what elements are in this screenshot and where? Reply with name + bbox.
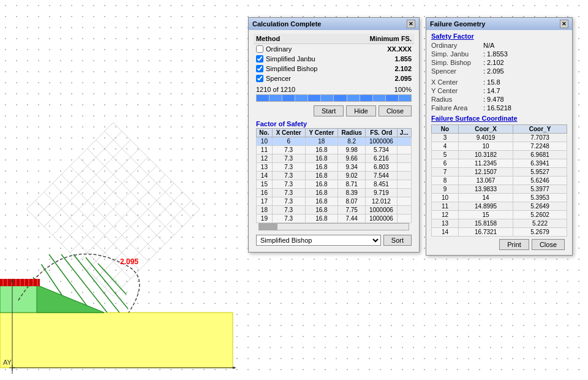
fos-table-row[interactable]: 18 7.3 16.8 7.75 1000006 [257, 206, 412, 215]
simp-janbu-row: Simp. Janbu : 1.8553 [431, 50, 567, 58]
fos-cell-fs: 7.544 [366, 172, 397, 180]
fos-cell-x: 7.3 [272, 189, 305, 197]
coord-cell-y: 5.2679 [513, 228, 567, 237]
fos-cell-extra [397, 146, 411, 154]
failure-dialog-title: Failure Geometry [430, 20, 485, 28]
ordinary-field-label: Ordinary [431, 42, 483, 49]
fos-table-row[interactable]: 14 7.3 16.8 9.02 7.544 [257, 172, 412, 180]
simp-bishop-field-value: : 2.102 [483, 59, 504, 66]
fos-cell-fs: 1000006 [366, 206, 397, 215]
fos-cell-y: 18 [305, 137, 338, 146]
ordinary-checkbox[interactable] [256, 45, 263, 53]
fos-cell-fs: 5.734 [366, 146, 397, 154]
failure-content: Safety Factor Ordinary N/A Simp. Janbu :… [426, 30, 572, 255]
fos-cell-no: 10 [257, 137, 273, 146]
coord-col-no: No [432, 125, 459, 134]
coord-table-row: 10 14 5.3953 [432, 194, 567, 202]
simp-bishop-value: 2.102 [387, 65, 412, 72]
fos-table-row[interactable]: 17 7.3 16.8 8.07 12.012 [257, 197, 412, 206]
xcenter-label: X Center [431, 78, 483, 86]
fos-cell-extra [397, 206, 411, 215]
fos-cell-no: 14 [257, 172, 273, 180]
fos-col-xcenter: X Center [272, 129, 305, 137]
coord-table-row: 14 16.7321 5.2679 [432, 228, 567, 237]
sort-button[interactable]: Sort [383, 235, 412, 246]
fos-table-row[interactable]: 15 7.3 16.8 8.71 8.451 [257, 180, 412, 189]
spencer-label: Spencer [266, 75, 387, 82]
fos-cell-x: 7.3 [272, 163, 305, 172]
calc-dialog-titlebar[interactable]: Calculation Complete ✕ [249, 18, 419, 30]
fos-cell-radius: 7.75 [338, 206, 366, 215]
xcenter-row: X Center : 15.8 [431, 78, 567, 86]
coord-cell-y: 5.9527 [513, 168, 567, 177]
fos-cell-y: 16.8 [305, 197, 338, 206]
fos-cell-x: 7.3 [272, 206, 305, 215]
method-row-simp-janbu: Simplified Janbu 1.855 [254, 54, 414, 64]
fos-cell-radius: 9.02 [338, 172, 366, 180]
fos-cell-y: 16.8 [305, 154, 338, 163]
failure-area-value: : 16.5218 [483, 104, 511, 112]
fos-cell-y: 16.8 [305, 215, 338, 223]
method-dropdown[interactable]: Simplified Bishop Ordinary Simplified Ja… [256, 235, 381, 246]
spencer-checkbox[interactable] [256, 75, 263, 82]
svg-marker-21 [37, 285, 104, 313]
fos-cell-fs: 6.216 [366, 154, 397, 163]
spencer-value: 2.095 [387, 75, 412, 82]
coord-cell-no: 6 [432, 159, 459, 168]
fos-table-row[interactable]: 13 7.3 16.8 9.34 6.803 [257, 163, 412, 172]
fos-cell-y: 16.8 [305, 189, 338, 197]
failure-dialog-titlebar[interactable]: Failure Geometry ✕ [426, 18, 572, 30]
spencer-field-value: : 2.095 [483, 67, 504, 75]
coord-table-row: 3 9.4019 7.7073 [432, 134, 567, 142]
coord-cell-x: 10.3182 [459, 151, 513, 159]
coord-cell-x: 13.067 [459, 177, 513, 185]
calc-close-button[interactable]: Close [379, 105, 412, 116]
simp-janbu-field-value: : 1.8553 [483, 50, 508, 58]
fos-cell-radius: 7.44 [338, 215, 366, 223]
hide-button[interactable]: Hide [346, 105, 376, 116]
calc-dialog-close-icon[interactable]: ✕ [407, 20, 415, 28]
dropdown-sort-row: Simplified Bishop Ordinary Simplified Ja… [254, 232, 414, 248]
fos-cell-x: 7.3 [272, 197, 305, 206]
fos-label: Factor of Safety [254, 119, 414, 128]
fos-cell-extra [397, 172, 411, 180]
coord-cell-y: 5.6246 [513, 177, 567, 185]
fos-table-scroll[interactable]: No. X Center Y Center Radius FS. Ord J..… [256, 128, 412, 223]
fos-cell-no: 11 [257, 146, 273, 154]
start-button[interactable]: Start [314, 105, 344, 116]
fos-cell-x: 7.3 [272, 180, 305, 189]
coord-cell-no: 13 [432, 219, 459, 228]
fos-table-row[interactable]: 12 7.3 16.8 9.66 6.216 [257, 154, 412, 163]
coord-col-y: Coor_Y [513, 125, 567, 134]
coord-cell-y: 5.222 [513, 219, 567, 228]
fos-table-row[interactable]: 11 7.3 16.8 9.98 5.734 [257, 146, 412, 154]
simp-janbu-checkbox[interactable] [256, 55, 263, 63]
coord-table-scroll[interactable]: No Coor_X Coor_Y 3 9.4019 7.7073 4 10 7.… [431, 124, 567, 237]
fos-table-row[interactable]: 10 6 18 8.2 1000006 [257, 137, 412, 146]
svg-marker-42 [233, 367, 236, 369]
fos-cell-fs: 12.012 [366, 197, 397, 206]
coord-cell-x: 15.8158 [459, 219, 513, 228]
failure-area-label: Failure Area [431, 104, 483, 112]
progress-percent: 100% [394, 86, 412, 93]
coord-cell-no: 8 [432, 177, 459, 185]
fos-horiz-scrollbar[interactable] [258, 223, 409, 230]
fos-table-row[interactable]: 16 7.3 16.8 8.39 9.719 [257, 189, 412, 197]
fos-col-no: No. [257, 129, 273, 137]
fos-cell-fs: 1000006 [366, 215, 397, 223]
coord-table-row: 8 13.067 5.6246 [432, 177, 567, 185]
print-button[interactable]: Print [499, 239, 529, 250]
simp-bishop-checkbox[interactable] [256, 65, 263, 72]
method-row-ordinary: Ordinary XX.XXX [254, 44, 414, 54]
fos-cell-y: 16.8 [305, 206, 338, 215]
fos-cell-extra [397, 163, 411, 172]
radius-value: : 9.478 [483, 96, 504, 103]
coord-cell-x: 11.2345 [459, 159, 513, 168]
fos-table-row[interactable]: 19 7.3 16.8 7.44 1000006 [257, 215, 412, 223]
failure-close-button[interactable]: Close [532, 239, 565, 250]
coord-section-title: Failure Surface Coordinate [431, 115, 567, 122]
method-header-left: Method [256, 35, 280, 42]
fos-cell-radius: 9.66 [338, 154, 366, 163]
failure-dialog-close-icon[interactable]: ✕ [560, 20, 568, 28]
svg-line-29 [98, 264, 132, 300]
